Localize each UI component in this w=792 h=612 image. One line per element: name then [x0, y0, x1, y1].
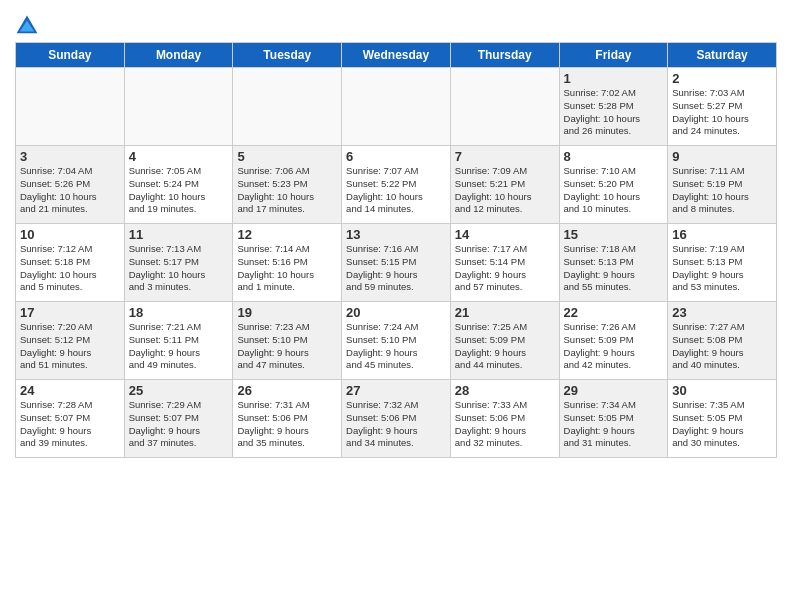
- day-number: 17: [20, 305, 120, 320]
- cell-text: Sunrise: 7:32 AMSunset: 5:06 PMDaylight:…: [346, 399, 446, 450]
- calendar-cell: 8Sunrise: 7:10 AMSunset: 5:20 PMDaylight…: [559, 146, 668, 224]
- calendar-cell: 11Sunrise: 7:13 AMSunset: 5:17 PMDayligh…: [124, 224, 233, 302]
- cell-text: Sunrise: 7:19 AMSunset: 5:13 PMDaylight:…: [672, 243, 772, 294]
- cell-text: Sunrise: 7:34 AMSunset: 5:05 PMDaylight:…: [564, 399, 664, 450]
- cell-text: Sunrise: 7:18 AMSunset: 5:13 PMDaylight:…: [564, 243, 664, 294]
- calendar-cell: 20Sunrise: 7:24 AMSunset: 5:10 PMDayligh…: [342, 302, 451, 380]
- day-number: 25: [129, 383, 229, 398]
- day-number: 1: [564, 71, 664, 86]
- week-row-2: 3Sunrise: 7:04 AMSunset: 5:26 PMDaylight…: [16, 146, 777, 224]
- day-number: 23: [672, 305, 772, 320]
- logo-icon: [15, 14, 39, 38]
- day-header-saturday: Saturday: [668, 43, 777, 68]
- calendar-body: 1Sunrise: 7:02 AMSunset: 5:28 PMDaylight…: [16, 68, 777, 458]
- day-number: 13: [346, 227, 446, 242]
- cell-text: Sunrise: 7:31 AMSunset: 5:06 PMDaylight:…: [237, 399, 337, 450]
- cell-text: Sunrise: 7:02 AMSunset: 5:28 PMDaylight:…: [564, 87, 664, 138]
- calendar-cell: [16, 68, 125, 146]
- calendar-cell: [450, 68, 559, 146]
- calendar-cell: 23Sunrise: 7:27 AMSunset: 5:08 PMDayligh…: [668, 302, 777, 380]
- day-header-thursday: Thursday: [450, 43, 559, 68]
- header: [15, 10, 777, 38]
- calendar-cell: 4Sunrise: 7:05 AMSunset: 5:24 PMDaylight…: [124, 146, 233, 224]
- day-headers-row: SundayMondayTuesdayWednesdayThursdayFrid…: [16, 43, 777, 68]
- cell-text: Sunrise: 7:35 AMSunset: 5:05 PMDaylight:…: [672, 399, 772, 450]
- week-row-1: 1Sunrise: 7:02 AMSunset: 5:28 PMDaylight…: [16, 68, 777, 146]
- day-number: 16: [672, 227, 772, 242]
- day-number: 19: [237, 305, 337, 320]
- day-number: 24: [20, 383, 120, 398]
- day-number: 3: [20, 149, 120, 164]
- day-number: 28: [455, 383, 555, 398]
- calendar-cell: 27Sunrise: 7:32 AMSunset: 5:06 PMDayligh…: [342, 380, 451, 458]
- calendar-cell: 2Sunrise: 7:03 AMSunset: 5:27 PMDaylight…: [668, 68, 777, 146]
- calendar-cell: 24Sunrise: 7:28 AMSunset: 5:07 PMDayligh…: [16, 380, 125, 458]
- week-row-3: 10Sunrise: 7:12 AMSunset: 5:18 PMDayligh…: [16, 224, 777, 302]
- cell-text: Sunrise: 7:20 AMSunset: 5:12 PMDaylight:…: [20, 321, 120, 372]
- calendar-cell: 26Sunrise: 7:31 AMSunset: 5:06 PMDayligh…: [233, 380, 342, 458]
- cell-text: Sunrise: 7:06 AMSunset: 5:23 PMDaylight:…: [237, 165, 337, 216]
- calendar-cell: 22Sunrise: 7:26 AMSunset: 5:09 PMDayligh…: [559, 302, 668, 380]
- calendar-cell: 16Sunrise: 7:19 AMSunset: 5:13 PMDayligh…: [668, 224, 777, 302]
- day-number: 6: [346, 149, 446, 164]
- calendar-cell: 6Sunrise: 7:07 AMSunset: 5:22 PMDaylight…: [342, 146, 451, 224]
- cell-text: Sunrise: 7:23 AMSunset: 5:10 PMDaylight:…: [237, 321, 337, 372]
- calendar-cell: 28Sunrise: 7:33 AMSunset: 5:06 PMDayligh…: [450, 380, 559, 458]
- logo: [15, 14, 43, 38]
- calendar-cell: 19Sunrise: 7:23 AMSunset: 5:10 PMDayligh…: [233, 302, 342, 380]
- calendar-cell: 30Sunrise: 7:35 AMSunset: 5:05 PMDayligh…: [668, 380, 777, 458]
- cell-text: Sunrise: 7:09 AMSunset: 5:21 PMDaylight:…: [455, 165, 555, 216]
- calendar-cell: 5Sunrise: 7:06 AMSunset: 5:23 PMDaylight…: [233, 146, 342, 224]
- day-header-wednesday: Wednesday: [342, 43, 451, 68]
- calendar-cell: 17Sunrise: 7:20 AMSunset: 5:12 PMDayligh…: [16, 302, 125, 380]
- day-number: 8: [564, 149, 664, 164]
- cell-text: Sunrise: 7:11 AMSunset: 5:19 PMDaylight:…: [672, 165, 772, 216]
- calendar-cell: 3Sunrise: 7:04 AMSunset: 5:26 PMDaylight…: [16, 146, 125, 224]
- calendar-cell: [124, 68, 233, 146]
- day-number: 20: [346, 305, 446, 320]
- calendar-cell: 25Sunrise: 7:29 AMSunset: 5:07 PMDayligh…: [124, 380, 233, 458]
- day-header-tuesday: Tuesday: [233, 43, 342, 68]
- cell-text: Sunrise: 7:12 AMSunset: 5:18 PMDaylight:…: [20, 243, 120, 294]
- day-number: 14: [455, 227, 555, 242]
- day-number: 9: [672, 149, 772, 164]
- cell-text: Sunrise: 7:05 AMSunset: 5:24 PMDaylight:…: [129, 165, 229, 216]
- day-number: 4: [129, 149, 229, 164]
- calendar-cell: 12Sunrise: 7:14 AMSunset: 5:16 PMDayligh…: [233, 224, 342, 302]
- week-row-4: 17Sunrise: 7:20 AMSunset: 5:12 PMDayligh…: [16, 302, 777, 380]
- day-header-sunday: Sunday: [16, 43, 125, 68]
- cell-text: Sunrise: 7:24 AMSunset: 5:10 PMDaylight:…: [346, 321, 446, 372]
- cell-text: Sunrise: 7:28 AMSunset: 5:07 PMDaylight:…: [20, 399, 120, 450]
- day-header-monday: Monday: [124, 43, 233, 68]
- cell-text: Sunrise: 7:04 AMSunset: 5:26 PMDaylight:…: [20, 165, 120, 216]
- day-number: 22: [564, 305, 664, 320]
- cell-text: Sunrise: 7:14 AMSunset: 5:16 PMDaylight:…: [237, 243, 337, 294]
- calendar-table: SundayMondayTuesdayWednesdayThursdayFrid…: [15, 42, 777, 458]
- day-number: 27: [346, 383, 446, 398]
- calendar-cell: 10Sunrise: 7:12 AMSunset: 5:18 PMDayligh…: [16, 224, 125, 302]
- calendar-cell: 1Sunrise: 7:02 AMSunset: 5:28 PMDaylight…: [559, 68, 668, 146]
- cell-text: Sunrise: 7:29 AMSunset: 5:07 PMDaylight:…: [129, 399, 229, 450]
- day-number: 10: [20, 227, 120, 242]
- day-number: 29: [564, 383, 664, 398]
- calendar-cell: [233, 68, 342, 146]
- day-number: 26: [237, 383, 337, 398]
- cell-text: Sunrise: 7:25 AMSunset: 5:09 PMDaylight:…: [455, 321, 555, 372]
- calendar-cell: 15Sunrise: 7:18 AMSunset: 5:13 PMDayligh…: [559, 224, 668, 302]
- cell-text: Sunrise: 7:10 AMSunset: 5:20 PMDaylight:…: [564, 165, 664, 216]
- calendar-container: SundayMondayTuesdayWednesdayThursdayFrid…: [0, 0, 792, 468]
- cell-text: Sunrise: 7:03 AMSunset: 5:27 PMDaylight:…: [672, 87, 772, 138]
- day-number: 21: [455, 305, 555, 320]
- calendar-cell: 9Sunrise: 7:11 AMSunset: 5:19 PMDaylight…: [668, 146, 777, 224]
- cell-text: Sunrise: 7:16 AMSunset: 5:15 PMDaylight:…: [346, 243, 446, 294]
- day-number: 11: [129, 227, 229, 242]
- calendar-cell: 21Sunrise: 7:25 AMSunset: 5:09 PMDayligh…: [450, 302, 559, 380]
- week-row-5: 24Sunrise: 7:28 AMSunset: 5:07 PMDayligh…: [16, 380, 777, 458]
- cell-text: Sunrise: 7:21 AMSunset: 5:11 PMDaylight:…: [129, 321, 229, 372]
- day-number: 12: [237, 227, 337, 242]
- calendar-cell: [342, 68, 451, 146]
- day-number: 7: [455, 149, 555, 164]
- day-number: 5: [237, 149, 337, 164]
- day-header-friday: Friday: [559, 43, 668, 68]
- cell-text: Sunrise: 7:07 AMSunset: 5:22 PMDaylight:…: [346, 165, 446, 216]
